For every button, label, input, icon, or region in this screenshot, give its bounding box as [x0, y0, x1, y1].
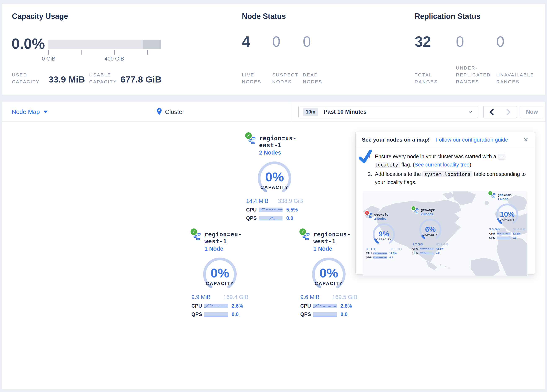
qps-row: QPS 4.7: [366, 256, 402, 259]
close-icon[interactable]: ✕: [524, 136, 528, 143]
qps-row: QPS 0.0: [489, 236, 525, 239]
total-ranges-label: TOTAL RANGES: [415, 71, 438, 85]
time-step-forward-button[interactable]: [500, 106, 517, 118]
time-step-arrows: [483, 106, 517, 118]
locality-marker-us-west-1[interactable]: ✓ region=us-west-1 1 Node 0% CAPACITY 9.…: [300, 231, 357, 317]
chevron-down-icon: [468, 109, 473, 115]
dead-nodes-count: 0: [303, 33, 311, 50]
qps-label: QPS: [191, 311, 204, 317]
capacity-tick-0: [48, 50, 49, 55]
overview-toolbar: Node Map Cluster 10m Past 10 Minutes Now: [2, 102, 545, 122]
view-selector-dropdown[interactable]: Node Map: [12, 102, 48, 121]
cpu-value: 2.8%: [341, 303, 352, 309]
under-replicated-label: UNDER- REPLICATED RANGES: [456, 64, 491, 85]
qps-value: 0.0: [513, 236, 516, 239]
capacity-usage-title: Capacity Usage: [12, 12, 68, 21]
marker-header: ✓ region=eu-west-1 1 Node: [191, 231, 248, 252]
cpu-label: CPU: [489, 232, 497, 235]
marker-header: ✓ region=us-west-1 1 Node: [300, 231, 357, 252]
qps-label: QPS: [412, 251, 420, 254]
cpu-row: CPU 12.3%: [489, 232, 525, 235]
configuration-guide-link[interactable]: Follow our configuration guide: [436, 137, 508, 143]
breadcrumb[interactable]: Cluster: [156, 102, 184, 121]
capacity-values: 9.6 MiB 169.5 GiB: [300, 294, 357, 301]
capacity-tick-label-0: 0 GiB: [32, 55, 65, 62]
qps-value: 0.0: [436, 251, 440, 254]
qps-value: 0.0: [232, 311, 239, 317]
used-capacity-label: USED CAPACITY: [12, 71, 40, 85]
system-locations-code: system.locations: [422, 171, 473, 177]
setup-step-2: 2. Add locations to the system.locations…: [368, 170, 528, 186]
used-capacity: 14.4 MiB: [246, 198, 268, 204]
capacity-caption: CAPACITY: [260, 185, 289, 190]
qps-value: 4.7: [389, 256, 393, 259]
locality-marker-us-east-1[interactable]: ✓ region=us-east-1 2 Nodes 0% CAPACITY 1…: [246, 135, 303, 221]
qps-label: QPS: [489, 236, 497, 239]
healthy-badge: ✓: [300, 228, 306, 235]
marker-header: ✓ geo=ams 1 Node: [489, 193, 512, 201]
database-icon-wrap: ✓: [248, 135, 256, 147]
usable-capacity-label: USABLE CAPACITY: [89, 71, 117, 85]
qps-sparkline: [204, 312, 228, 317]
node-count-link[interactable]: 1 Node: [313, 246, 357, 252]
dead-nodes-label: DEAD NODES: [303, 71, 322, 85]
capacity-gauge: 10% CAPACITY: [494, 202, 520, 227]
cpu-row: CPU 42.5%: [412, 247, 448, 250]
node-count-link[interactable]: 1 Node: [498, 197, 512, 201]
locality-tree-link[interactable]: See current locality tree: [414, 162, 470, 167]
used-capacity: 3.6 GiB: [489, 227, 500, 231]
database-icon-wrap: ✓: [490, 193, 496, 199]
capacity-caption: CAPACITY: [423, 234, 438, 236]
time-step-back-button[interactable]: [484, 106, 500, 118]
qps-label: QPS: [300, 311, 313, 317]
locality-label: region=eu-west-1: [204, 231, 248, 245]
capacity-values: 3.2 GiB 35.1 GiB: [366, 247, 402, 251]
node-status-title: Node Status: [242, 12, 286, 21]
view-selector-label: Node Map: [12, 109, 40, 115]
cpu-sparkline: [259, 207, 282, 213]
locality-marker-eu-west-1[interactable]: ✓ region=eu-west-1 1 Node 0% CAPACITY 9.…: [191, 231, 248, 317]
node-map-setup-popup: See your nodes on a map! Follow our conf…: [356, 132, 535, 275]
mini-marker-geo-sfo[interactable]: 1 geo=sfo 2 Nodes 9% CAPACITY 3.2 GiB 35…: [366, 213, 402, 259]
healthy-badge: ✓: [191, 228, 197, 235]
cpu-sparkline: [420, 247, 434, 250]
capacity-tick-600: [147, 50, 148, 55]
qps-sparkline: [259, 215, 282, 221]
locality-label: geo=nyc: [421, 208, 435, 212]
error-badge: 1: [365, 211, 369, 215]
node-count-link[interactable]: 1 Node: [204, 246, 248, 252]
node-count-link[interactable]: 2 Nodes: [259, 150, 303, 156]
capacity-gauge: 9% CAPACITY: [371, 221, 397, 247]
mini-marker-geo-ams[interactable]: ✓ geo=ams 1 Node 10% CAPACITY 3.6 GiB 34…: [489, 193, 525, 239]
qps-sparkline: [420, 251, 434, 254]
cpu-label: CPU: [412, 247, 420, 250]
node-count-link[interactable]: 2 Nodes: [421, 212, 435, 216]
mini-marker-geo-nyc[interactable]: ✓ geo=nyc 2 Nodes 6% CAPACITY 3.7 GiB 65…: [412, 208, 448, 254]
popup-instructions: 1. Ensure every node in your cluster was…: [356, 147, 535, 189]
capacity-caption: CAPACITY: [500, 218, 515, 221]
used-capacity: 3.2 GiB: [366, 247, 376, 251]
suspect-nodes-count: 0: [272, 33, 280, 50]
step-2-number: 2.: [368, 170, 375, 186]
now-button[interactable]: Now: [521, 106, 543, 118]
cpu-row: CPU 2.6%: [191, 303, 248, 309]
cpu-sparkline: [497, 232, 511, 235]
capacity-percent: 9%: [379, 230, 389, 238]
live-nodes-label: LIVE NODES: [242, 71, 261, 85]
capacity-bar: [48, 40, 161, 49]
total-capacity: 169.5 GiB: [332, 294, 357, 301]
setup-step-1: 1. Ensure every node in your cluster was…: [368, 152, 528, 169]
capacity-gauge: 6% CAPACITY: [417, 217, 443, 242]
time-range-dropdown[interactable]: 10m Past 10 Minutes: [298, 106, 478, 118]
capacity-tick-200: [82, 50, 82, 55]
node-count-link[interactable]: 2 Nodes: [374, 217, 388, 220]
unavailable-ranges-label: UNAVAILABLE RANGES: [496, 71, 534, 85]
qps-row: QPS 0.0: [300, 311, 357, 317]
total-capacity: 65.7 GiB: [436, 242, 448, 246]
time-range-badge: 10m: [303, 108, 318, 116]
capacity-values: 9.9 MiB 169.4 GiB: [191, 294, 248, 301]
capacity-values: 3.7 GiB 65.7 GiB: [412, 242, 448, 246]
marker-header: 1 geo=sfo 2 Nodes: [366, 213, 388, 220]
healthy-badge: ✓: [488, 191, 492, 195]
step-2-text: Add locations to the system.locations ta…: [375, 170, 528, 186]
